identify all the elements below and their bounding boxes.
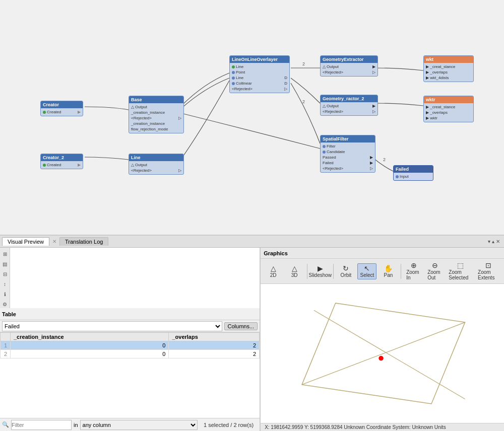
zoom-out-icon: ⊖ [432, 262, 438, 269]
col-creation-instance: _creation_instance [11, 333, 169, 341]
tab-translation-log[interactable]: Translation Log [59, 237, 108, 246]
status-text: 1 selected / 2 row(s) [200, 422, 258, 428]
table-wrapper[interactable]: _creation_instance _overlaps 1 0 2 [0, 332, 260, 418]
search-icon: 🔍 [2, 421, 9, 428]
node-line-header: Line [129, 154, 183, 161]
btn-slideshow-label: Slideshow [309, 272, 332, 278]
slideshow-icon: ▶ [318, 265, 323, 272]
node-wktr[interactable]: wktr ▶ _creat_stance ▶ _overlaps ▶ wktr [423, 96, 474, 122]
node-spatialfilter[interactable]: SpatialFilter Filter Candidate Passed ▶ … [320, 135, 375, 173]
btn-pan[interactable]: ✋ Pan [379, 264, 398, 279]
select-icon: ↖ [364, 265, 370, 272]
btn-zoom-in[interactable]: ⊕ Zoom In [404, 261, 423, 281]
node-base[interactable]: Base △ Output _creation_instance <Reject… [129, 96, 184, 133]
canvas-area[interactable]: 2 2 2 Creator Created ▶ Creator_2 Create… [0, 0, 504, 236]
toolbar-sep-2 [333, 264, 334, 279]
table-area: Table Failed Columns... [0, 308, 260, 431]
node-geometryextractor-header: GeometryExtractor [321, 56, 377, 63]
btn-zoom-out-label: Zoom Out [427, 269, 443, 280]
zoom-extents-icon: ⊡ [485, 262, 491, 269]
node-creator2-header: Creator_2 [41, 154, 83, 161]
btn-zoom-extents[interactable]: ⊡ Zoom Extents [476, 261, 501, 281]
zoom-in-icon: ⊕ [411, 262, 417, 269]
svg-point-7 [379, 356, 384, 361]
table-section-label: Table [2, 311, 16, 317]
port-dot [396, 175, 399, 178]
node-geometry-ractor-2-header: Geometry_ractor_2 [321, 95, 377, 102]
pan-icon: ✋ [384, 265, 393, 272]
node-creator[interactable]: Creator Created ▶ [40, 101, 83, 116]
btn-zoom-selected[interactable]: ⬚ Zoom Selected [447, 261, 474, 281]
panel-collapse-btn[interactable]: ▾ ▴ ✕ [486, 239, 502, 244]
cell-creation-instance-2: 0 [11, 350, 169, 358]
btn-zoom-in-label: Zoom In [406, 269, 421, 280]
btn-3d-label: 3D [291, 272, 298, 278]
icon-table[interactable]: ⊞ [1, 250, 9, 258]
icon-arrow[interactable]: ↕ [1, 280, 9, 288]
svg-rect-3 [288, 284, 477, 423]
dataset-selector-row: Table [0, 308, 260, 320]
port-dot [232, 77, 235, 80]
node-geometryextractor[interactable]: GeometryExtractor △ Output ▶ <Rejected> … [320, 55, 378, 77]
graphics-coordinates: X: 1981642.9959 Y: 5199368.9284 Unknown … [265, 424, 446, 430]
btn-3d[interactable]: △ 3D [285, 264, 304, 279]
graphics-label: Graphics [261, 248, 504, 259]
btn-2d[interactable]: △ 2D [264, 264, 283, 279]
col-overlaps: _overlaps [169, 333, 260, 341]
icon-settings2[interactable]: ⚙ [1, 300, 9, 308]
bottom-tabs: Visual Preview ✕ Translation Log ▾ ▴ ✕ [0, 236, 504, 248]
port-dot [43, 111, 46, 114]
graphics-status-bar: X: 1981642.9959 Y: 5199368.9284 Unknown … [261, 423, 504, 431]
port-line-output: △ Output [131, 162, 181, 168]
tab-visual-preview[interactable]: Visual Preview [2, 237, 49, 246]
row-num-1: 1 [1, 341, 11, 350]
cell-creation-instance-1: 0 [11, 341, 169, 350]
toolbar-sep-3 [401, 264, 401, 279]
node-failed[interactable]: Failed Input [393, 165, 433, 181]
graphics-canvas[interactable] [261, 284, 504, 423]
btn-orbit[interactable]: ↻ Orbit [336, 264, 355, 279]
node-wkt1[interactable]: wkt ▶ _creat_stance ▶ _overlaps ▶ wkt_4d… [423, 55, 474, 82]
dataset-dropdown[interactable]: Failed [2, 321, 222, 331]
node-creator2[interactable]: Creator_2 Created ▶ [40, 154, 83, 169]
node-wktr-header: wktr [424, 96, 473, 103]
port-dot [232, 71, 235, 74]
btn-pan-label: Pan [384, 272, 393, 278]
table-row[interactable]: 2 0 2 [1, 350, 260, 358]
node-base-header: Base [129, 96, 183, 103]
btn-select[interactable]: ↖ Select [357, 263, 376, 279]
2d-icon: △ [271, 265, 276, 272]
close-visual-preview[interactable]: ✕ [50, 239, 58, 244]
node-creator-header: Creator [41, 101, 83, 108]
toolbar-sep-1 [307, 264, 307, 279]
graphics-panel: Graphics △ 2D △ 3D ▶ Slideshow [261, 248, 504, 431]
col-rownum [1, 333, 11, 341]
node-geometry-ractor-2[interactable]: Geometry_ractor_2 △ Output ▶ <Rejected> … [320, 95, 378, 116]
columns-button[interactable]: Columns... [224, 322, 258, 330]
btn-zoom-out[interactable]: ⊖ Zoom Out [425, 261, 445, 281]
icon-graph[interactable]: ▤ [1, 260, 9, 268]
btn-2d-label: 2D [270, 272, 277, 278]
port-dot [323, 151, 326, 154]
table-row[interactable]: 1 0 2 [1, 341, 260, 350]
filter-label: in [74, 422, 78, 428]
node-line[interactable]: Line △ Output <Rejected> ▷ [129, 154, 184, 175]
cell-overlaps-2: 2 [169, 350, 260, 358]
btn-orbit-label: Orbit [341, 272, 352, 278]
svg-text:2: 2 [302, 61, 305, 66]
node-lineonlineoverlayer[interactable]: LineOnLineOverlayer Line Point Line D Co… [229, 55, 290, 93]
btn-slideshow[interactable]: ▶ Slideshow [310, 264, 330, 279]
graphics-toolbar-row: △ 2D △ 3D ▶ Slideshow ↻ Orbi [264, 261, 501, 281]
bottom-panel: Visual Preview ✕ Translation Log ▾ ▴ ✕ ⊞… [0, 236, 504, 431]
icon-grid[interactable]: ⊟ [1, 270, 9, 278]
orbit-icon: ↻ [343, 265, 349, 272]
zoom-selected-icon: ⬚ [457, 262, 464, 269]
cell-overlaps-1: 2 [169, 341, 260, 350]
left-side-icons: ⊞ ▤ ⊟ ↕ ℹ ⚙ [0, 248, 10, 308]
icon-info[interactable]: ℹ [1, 290, 9, 298]
port-created-out: Created ▶ [43, 109, 81, 115]
port-dot [232, 82, 235, 85]
btn-select-label: Select [360, 272, 374, 278]
column-select[interactable]: any column [80, 420, 198, 430]
filter-input[interactable] [11, 420, 72, 430]
